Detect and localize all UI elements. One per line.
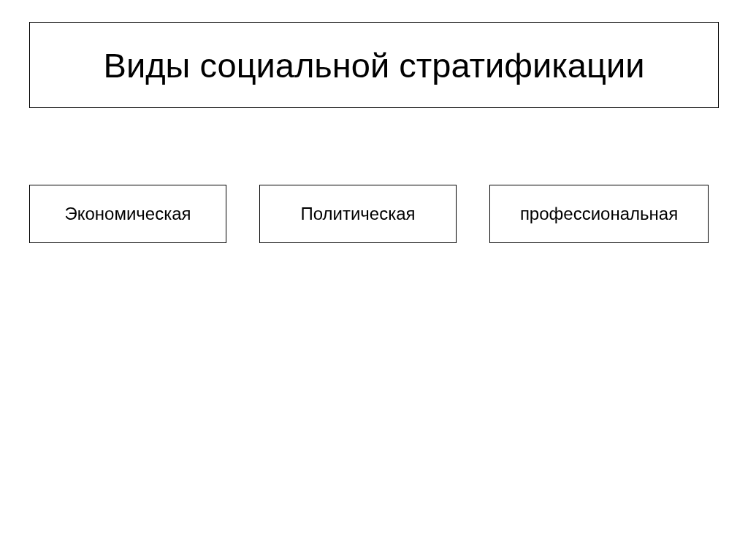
category-label: профессиональная (520, 204, 678, 224)
category-box-economic: Экономическая (29, 185, 226, 243)
diagram-title: Виды социальной стратификации (104, 45, 645, 85)
category-label: Политическая (300, 204, 415, 224)
title-container: Виды социальной стратификации (29, 22, 719, 108)
category-label: Экономическая (64, 204, 191, 224)
category-box-professional: профессиональная (489, 185, 709, 243)
category-box-political: Политическая (259, 185, 457, 243)
